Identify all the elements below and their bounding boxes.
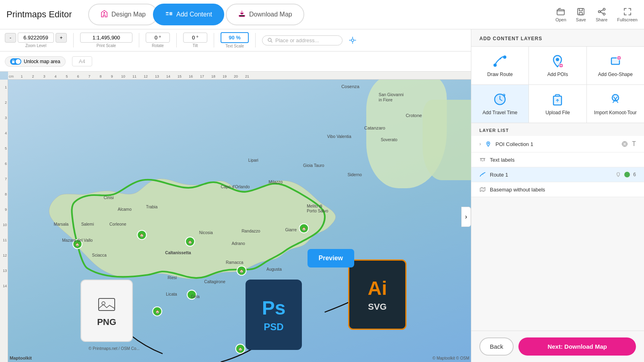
tilt-item: Tilt: [183, 33, 207, 48]
svg-rect-2: [166, 14, 169, 15]
ruler-mark: 16: [185, 74, 196, 78]
next-button[interactable]: Next: Download Map: [518, 337, 636, 356]
svg-text:Vibo Valentia: Vibo Valentia: [327, 134, 351, 139]
rotate-input[interactable]: [146, 33, 170, 43]
sidebar: ADD CONTENT LAYERS Draw Route: [471, 29, 644, 362]
back-button[interactable]: Back: [479, 337, 514, 356]
tilt-label: Tilt: [193, 43, 198, 48]
add-geo-shape-button[interactable]: Add Geo-Shape: [587, 47, 644, 84]
share-label: Share: [596, 17, 607, 22]
draw-route-label: Draw Route: [487, 72, 512, 77]
print-scale-item: Print Scale: [80, 33, 132, 48]
add-pois-button[interactable]: Add POIs: [529, 47, 586, 84]
maptoolkit-label: Maptoolkit: [10, 356, 32, 360]
svg-text:Melito di: Melito di: [307, 204, 322, 208]
layer-item-text-labels[interactable]: Text labels: [471, 152, 644, 167]
open-action[interactable]: Open: [555, 7, 566, 22]
step-design-map[interactable]: Design Map: [88, 4, 158, 25]
image-icon: [97, 294, 117, 315]
map-canvas[interactable]: cm 1 2 3 4 5 6 7 8 9 10 11 12 13 14 15: [0, 72, 471, 362]
text-labels-layer-name: Text labels: [490, 157, 636, 163]
zoom-input[interactable]: [18, 33, 54, 43]
map-expand-button[interactable]: ›: [461, 207, 471, 227]
step-add-content[interactable]: Add Content: [153, 4, 224, 25]
fullscreen-action[interactable]: Fullscreen: [617, 7, 638, 22]
png-file-icon[interactable]: PNG: [80, 280, 133, 342]
route-waypoint-count: 6: [633, 172, 636, 177]
toolbar-sep-2: [139, 33, 139, 47]
ruler-mark: 15: [174, 74, 185, 78]
print-scale-label: Print Scale: [97, 43, 116, 48]
save-action[interactable]: Save: [576, 7, 586, 22]
toolbar-sep-5: [255, 33, 256, 47]
unlock-label: Unlock map area: [24, 59, 60, 64]
search-placeholder: Place or address...: [275, 37, 319, 43]
svg-text:Mazara del Vallo: Mazara del Vallo: [62, 238, 93, 243]
svg-file-icon[interactable]: Ai SVG: [348, 259, 407, 330]
zoom-plus-button[interactable]: +: [56, 33, 67, 43]
upload-file-button[interactable]: Upload File: [529, 85, 586, 123]
ruler-mark: 14: [163, 74, 174, 78]
print-size-label: A4: [79, 58, 85, 64]
header: Printmaps Editor Design Map Add Cont: [0, 0, 644, 29]
add-travel-time-button[interactable]: Add Travel Time: [471, 85, 528, 123]
step-download-label: Download Map: [249, 11, 292, 18]
route-location-icon[interactable]: [615, 172, 621, 177]
ruler-mark: 1: [16, 74, 27, 78]
preview-button[interactable]: Preview: [308, 249, 354, 267]
route-1-layer-name: Route 1: [490, 172, 611, 178]
layer-item-basemap[interactable]: Basemap without labels: [471, 182, 644, 197]
svg-text:Riesi: Riesi: [167, 276, 177, 280]
print-size-button[interactable]: A4: [72, 56, 92, 66]
svg-text:Gioia Tauro: Gioia Tauro: [303, 163, 324, 168]
layer-hide-icon[interactable]: [621, 140, 629, 148]
search-icon: [267, 37, 273, 43]
svg-text:Ramacca: Ramacca: [226, 260, 244, 265]
basemap-layer-name: Basemap without labels: [490, 187, 636, 193]
svg-text:Caltanissetta: Caltanissetta: [165, 251, 191, 255]
ruler-mark: 4: [50, 74, 61, 78]
svg-text:Catanzaro: Catanzaro: [364, 125, 385, 130]
ruler-mark: 20: [230, 74, 242, 78]
ruler-mark: 13: [151, 74, 163, 78]
main-layout: - + Zoom Level Print Scale Rotate Tilt: [0, 29, 644, 362]
svg-point-69: [503, 56, 506, 59]
draw-route-button[interactable]: Draw Route: [471, 47, 528, 84]
svg-text:Crotone: Crotone: [406, 113, 422, 118]
tilt-input[interactable]: [183, 33, 207, 43]
save-label: Save: [576, 17, 586, 22]
svg-text:Augusta: Augusta: [266, 267, 282, 272]
ruler-mark: 9: [106, 74, 118, 78]
map-viewport[interactable]: 🏠 🏠 🏠 🏠 🏠 🏠 🏠 🏠: [8, 80, 471, 362]
unlock-map-toggle[interactable]: Unlock map area: [5, 56, 66, 67]
import-komoot-button[interactable]: Import Komoot-Tour: [587, 85, 644, 123]
svg-text:Randazzo: Randazzo: [242, 229, 260, 233]
toolbar-sep-3: [176, 33, 177, 47]
zoom-minus-button[interactable]: -: [5, 33, 16, 43]
layer-text-icon[interactable]: T: [632, 140, 636, 148]
step-download-map[interactable]: Download Map: [226, 4, 304, 25]
zoom-label: Zoom Level: [25, 43, 46, 48]
ruler-mark: 2: [27, 74, 39, 78]
layer-chevron-icon: ›: [479, 141, 481, 147]
ruler-mark: 6: [72, 74, 84, 78]
svg-point-70: [556, 58, 559, 61]
svg-text:Gela: Gela: [191, 294, 200, 299]
layer-item-route-1[interactable]: Route 1 6: [471, 167, 644, 182]
print-scale-input[interactable]: [80, 33, 132, 43]
import-komoot-label: Import Komoot-Tour: [594, 110, 637, 115]
svg-text:Marsala: Marsala: [54, 222, 69, 226]
share-action[interactable]: Share: [596, 7, 607, 22]
route-visibility-dot[interactable]: [624, 172, 630, 177]
header-actions: Open Save Share Fullscreen: [555, 7, 638, 22]
psd-file-icon[interactable]: Ps PSD: [246, 280, 302, 350]
search-box[interactable]: Place or address...: [262, 35, 343, 45]
toggle-circle: [10, 58, 21, 65]
lock-area: Unlock map area A4: [0, 51, 471, 72]
location-icon[interactable]: [349, 37, 356, 44]
svg-point-80: [622, 142, 627, 147]
layer-item-poi-collection[interactable]: › POI Collection 1 T: [471, 136, 644, 152]
content-tools-grid: Draw Route Add POIs Add Geo: [471, 47, 644, 123]
app-title-light: Editor: [46, 9, 72, 19]
text-scale-input[interactable]: [221, 32, 249, 43]
